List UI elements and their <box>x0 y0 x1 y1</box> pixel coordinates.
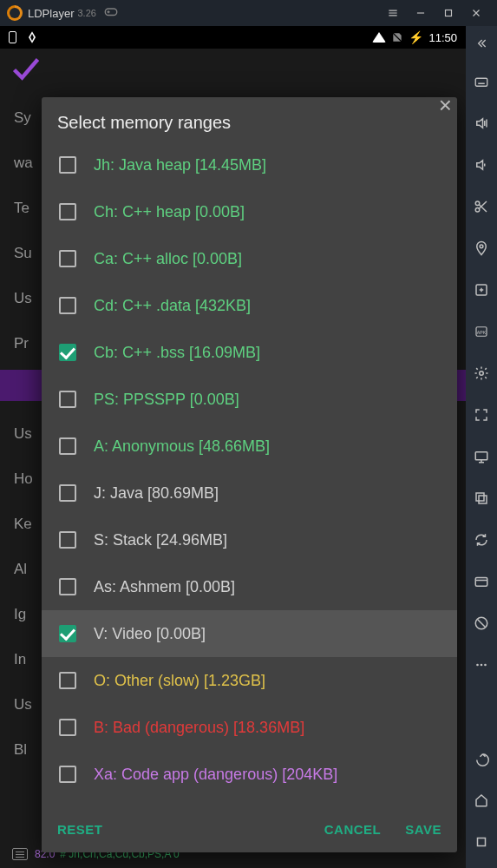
ldplayer-logo-icon <box>7 5 23 21</box>
memory-range-label: PS: PPSSPP [0.00B] <box>94 391 239 409</box>
memory-range-row[interactable]: Jh: Java heap [14.45MB] <box>42 141 457 188</box>
svg-point-9 <box>480 372 484 376</box>
svg-text:APK: APK <box>477 330 487 335</box>
no-sim-icon <box>391 31 403 43</box>
monitor-icon[interactable] <box>466 436 497 477</box>
svg-rect-12 <box>479 496 487 503</box>
close-button[interactable] <box>462 0 490 26</box>
android-statusbar: ⚡ 11:50 <box>0 26 466 49</box>
checkbox[interactable] <box>59 344 76 361</box>
menu-button[interactable] <box>379 0 407 26</box>
checkbox[interactable] <box>59 578 76 595</box>
emulator-toolbar: APK <box>466 26 497 868</box>
checkbox[interactable] <box>59 484 76 502</box>
svg-point-3 <box>475 201 480 206</box>
collapse-sidebar-button[interactable] <box>474 33 488 61</box>
checkbox[interactable] <box>59 156 76 174</box>
memory-range-label: Ch: C++ heap [0.00B] <box>94 203 245 221</box>
memory-range-row[interactable]: PS: PPSSPP [0.00B] <box>42 376 457 423</box>
home-icon[interactable] <box>466 779 497 821</box>
checkbox[interactable] <box>59 391 76 408</box>
checkbox[interactable] <box>59 625 76 642</box>
svg-point-15 <box>476 664 479 667</box>
svg-rect-0 <box>105 9 117 16</box>
memory-range-row[interactable]: As: Ashmem [0.00B] <box>42 563 457 610</box>
memory-range-label: As: Ashmem [0.00B] <box>94 578 235 596</box>
memory-range-label: Cb: C++ .bss [16.09MB] <box>94 344 260 362</box>
more-icon[interactable] <box>466 644 497 686</box>
list-icon <box>12 848 28 860</box>
memory-range-row[interactable]: Cd: C++ .data [432KB] <box>42 282 457 329</box>
checkmark-icon <box>10 53 42 88</box>
checkbox[interactable] <box>59 437 76 455</box>
phone-icon <box>9 31 16 43</box>
memory-range-label: A: Anonymous [48.66MB] <box>94 437 270 456</box>
app-indicator-icon <box>25 30 39 44</box>
keyboard-icon[interactable] <box>466 61 497 102</box>
memory-range-row[interactable]: O: Other (slow) [1.23GB] <box>42 657 457 704</box>
rotate-icon[interactable] <box>466 519 497 561</box>
cancel-button[interactable]: CANCEL <box>324 822 382 837</box>
svg-rect-11 <box>476 493 484 501</box>
svg-point-5 <box>480 245 483 248</box>
memory-range-row[interactable]: S: Stack [24.96MB] <box>42 516 457 563</box>
dialog-title: Select memory ranges <box>42 97 457 141</box>
volume-up-icon[interactable] <box>466 102 497 144</box>
screenshot-icon[interactable] <box>466 561 497 602</box>
location-icon[interactable] <box>466 227 497 269</box>
multi-window-icon[interactable] <box>466 477 497 519</box>
scissors-icon[interactable] <box>466 186 497 227</box>
titlebar: LDPlayer 3.26 <box>0 0 497 26</box>
memory-range-label: J: Java [80.69MB] <box>94 484 219 503</box>
memory-range-label: Jh: Java heap [14.45MB] <box>94 156 266 174</box>
memory-range-row[interactable]: Ca: C++ alloc [0.00B] <box>42 235 457 282</box>
memory-range-row[interactable]: B: Bad (dangerous) [18.36MB] <box>42 704 457 751</box>
memory-range-row[interactable]: V: Video [0.00B] <box>42 610 457 657</box>
back-icon[interactable] <box>466 738 497 779</box>
memory-range-label: V: Video [0.00B] <box>94 625 206 643</box>
memory-ranges-list: Jh: Java heap [14.45MB]Ch: C++ heap [0.0… <box>42 141 457 810</box>
checkbox[interactable] <box>59 250 76 267</box>
app-name: LDPlayer <box>28 7 74 20</box>
svg-point-4 <box>475 208 480 213</box>
maximize-button[interactable] <box>435 0 462 26</box>
fullscreen-icon[interactable] <box>466 394 497 436</box>
block-icon[interactable] <box>466 602 497 644</box>
memory-range-row[interactable]: A: Anonymous [48.66MB] <box>42 423 457 470</box>
dialog-close-icon[interactable]: × <box>432 92 459 119</box>
settings-icon[interactable] <box>466 352 497 394</box>
checkbox[interactable] <box>59 531 76 549</box>
memory-range-label: B: Bad (dangerous) [18.36MB] <box>94 719 304 737</box>
checkbox[interactable] <box>59 297 76 314</box>
memory-range-row[interactable]: Ch: C++ heap [0.00B] <box>42 188 457 235</box>
add-window-icon[interactable] <box>466 269 497 311</box>
wifi-icon <box>372 32 386 43</box>
memory-range-label: Ca: C++ alloc [0.00B] <box>94 250 242 268</box>
apk-icon[interactable]: APK <box>466 311 497 352</box>
checkbox[interactable] <box>59 672 76 689</box>
checkbox[interactable] <box>59 203 76 220</box>
recents-icon[interactable] <box>466 821 497 863</box>
svg-rect-1 <box>446 10 452 16</box>
svg-rect-2 <box>475 78 487 86</box>
svg-rect-10 <box>475 452 487 460</box>
volume-down-icon[interactable] <box>466 144 497 186</box>
checkbox[interactable] <box>59 719 76 736</box>
memory-range-label: Cd: C++ .data [432KB] <box>94 297 251 315</box>
gamepad-icon <box>103 3 119 23</box>
memory-range-row[interactable]: Cb: C++ .bss [16.09MB] <box>42 329 457 376</box>
memory-ranges-dialog: × Select memory ranges Jh: Java heap [14… <box>42 97 457 852</box>
clock: 11:50 <box>428 31 457 44</box>
memory-range-row[interactable]: Xa: Code app (dangerous) [204KB] <box>42 751 457 798</box>
reset-button[interactable]: RESET <box>57 822 103 837</box>
memory-range-row[interactable]: J: Java [80.69MB] <box>42 470 457 516</box>
svg-point-16 <box>481 664 483 667</box>
checkbox[interactable] <box>59 766 76 783</box>
app-version: 3.26 <box>77 8 95 18</box>
memory-range-label: O: Other (slow) [1.23GB] <box>94 672 265 690</box>
save-button[interactable]: SAVE <box>405 822 441 837</box>
memory-range-label: Xa: Code app (dangerous) [204KB] <box>94 766 337 784</box>
memory-range-label: S: Stack [24.96MB] <box>94 531 227 549</box>
minimize-button[interactable] <box>407 0 435 26</box>
svg-rect-13 <box>475 578 487 587</box>
